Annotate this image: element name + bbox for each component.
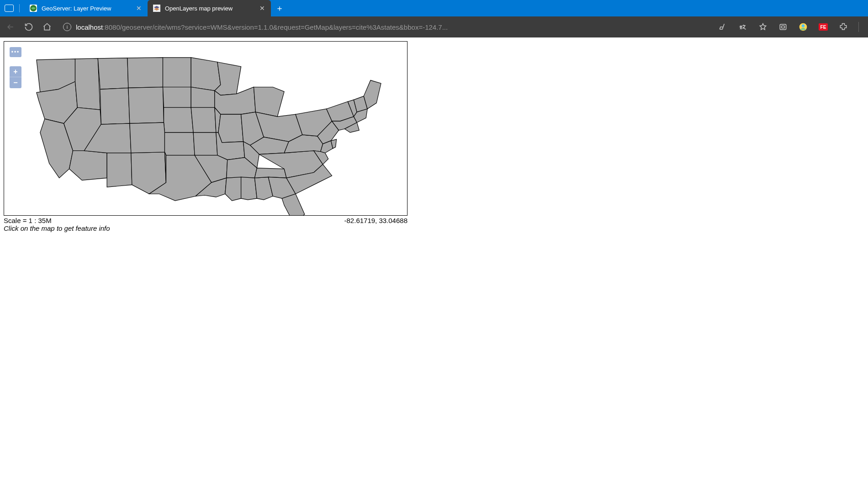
- divider: [858, 22, 859, 32]
- tab-title: GeoServer: Layer Preview: [42, 5, 131, 12]
- profile-icon[interactable]: [798, 22, 808, 32]
- site-info-icon[interactable]: i: [63, 23, 71, 31]
- zoom-in-button[interactable]: +: [10, 66, 21, 77]
- map-footer: Scale = 1 : 35M -82.61719, 33.04688: [4, 217, 408, 224]
- tab-openlayers[interactable]: OpenLayers map preview ✕: [148, 0, 271, 16]
- zoom-control: + −: [10, 66, 21, 88]
- favicon-geoserver-icon: [30, 5, 37, 12]
- chrome-left: [0, 0, 24, 16]
- svg-rect-3: [782, 26, 785, 28]
- divider: [19, 4, 20, 12]
- svg-point-5: [802, 24, 805, 27]
- refresh-button[interactable]: [24, 22, 34, 32]
- extensions-icon[interactable]: [838, 22, 848, 32]
- url-text: localhost:8080/geoserver/cite/wms?servic…: [76, 23, 448, 31]
- tab-actions-icon[interactable]: [5, 5, 14, 12]
- svg-rect-2: [780, 24, 786, 30]
- zoom-out-button[interactable]: −: [10, 77, 21, 88]
- home-button[interactable]: [42, 22, 52, 32]
- back-button[interactable]: [5, 22, 16, 32]
- map-viewport[interactable]: ••• + −: [4, 41, 408, 216]
- map-layer-states: [4, 42, 407, 215]
- tabstrip: GeoServer: Layer Preview ✕ OpenLayers ma…: [24, 0, 288, 16]
- new-tab-button[interactable]: ＋: [271, 0, 288, 16]
- tab-geoserver[interactable]: GeoServer: Layer Preview ✕: [24, 0, 148, 16]
- browser-titlebar: GeoServer: Layer Preview ✕ OpenLayers ma…: [0, 0, 868, 16]
- collections-icon[interactable]: [778, 22, 788, 32]
- cursor-coords: -82.61719, 33.04688: [344, 217, 408, 224]
- translate-icon[interactable]: [738, 22, 748, 32]
- url-rest: :8080/geoserver/cite/wms?service=WMS&ver…: [103, 23, 448, 31]
- tab-title: OpenLayers map preview: [165, 5, 254, 12]
- favicon-openlayers-icon: [153, 5, 160, 12]
- url-host: localhost: [76, 23, 103, 31]
- toolbar-icons: FE: [718, 22, 863, 32]
- map-controls: ••• + −: [10, 47, 21, 88]
- address-bar[interactable]: i localhost:8080/geoserver/cite/wms?serv…: [60, 23, 709, 31]
- address-bar-row: i localhost:8080/geoserver/cite/wms?serv…: [0, 16, 868, 37]
- close-icon[interactable]: ✕: [136, 5, 142, 11]
- map-options-button[interactable]: •••: [10, 47, 21, 57]
- close-icon[interactable]: ✕: [259, 5, 265, 11]
- scale-label: Scale = 1 : 35M: [4, 217, 52, 224]
- read-aloud-icon[interactable]: [718, 22, 728, 32]
- extension-fe-icon[interactable]: FE: [818, 22, 828, 32]
- favorites-icon[interactable]: [758, 22, 768, 32]
- page-content: ••• + − Scale = 1 : 35M -82.61719, 33.04…: [0, 37, 868, 236]
- map-hint: Click on the map to get feature info: [4, 224, 408, 232]
